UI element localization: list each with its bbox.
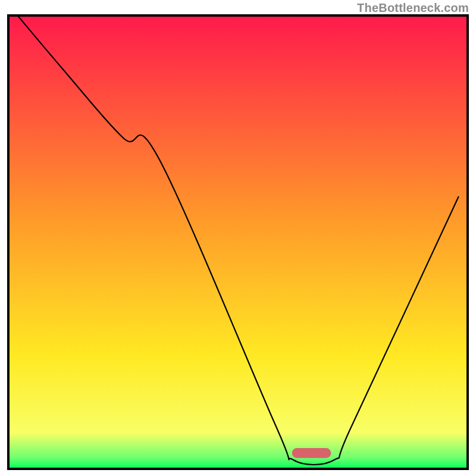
watermark-text: TheBottleneck.com bbox=[357, 1, 469, 15]
pill-marker bbox=[292, 448, 331, 458]
chart-background bbox=[8, 15, 468, 469]
bottleneck-chart bbox=[7, 14, 469, 470]
